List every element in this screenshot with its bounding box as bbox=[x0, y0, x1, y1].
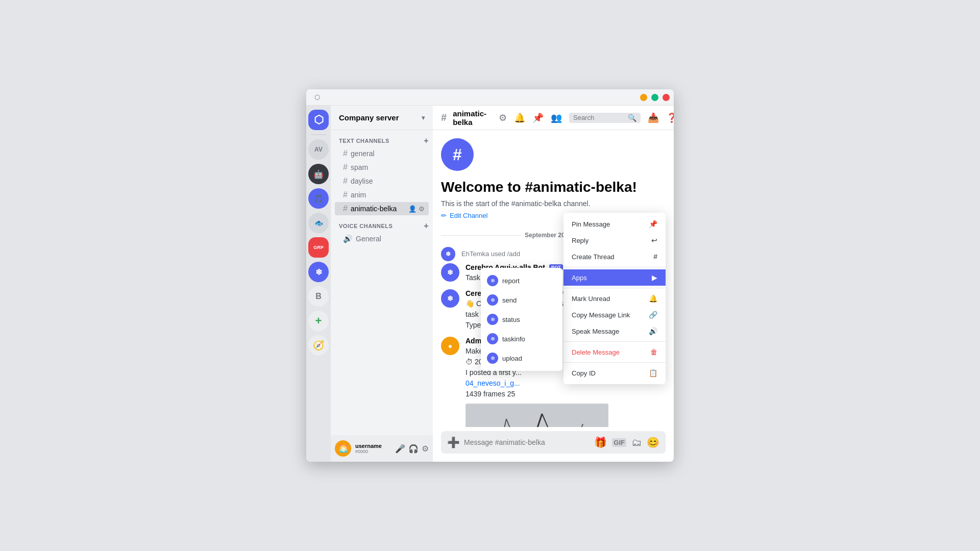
help-icon[interactable]: ❓ bbox=[666, 112, 674, 123]
server-header[interactable]: Company server ▾ bbox=[331, 106, 433, 130]
user-info: username #0000 bbox=[355, 443, 391, 454]
apps-item-icon-report: ❄ bbox=[487, 275, 498, 286]
message-avatar-1: ❄ bbox=[441, 247, 455, 261]
user-status: #0000 bbox=[355, 449, 391, 454]
inbox-icon[interactable]: 📥 bbox=[648, 112, 659, 123]
hash-icon: # bbox=[453, 145, 462, 164]
channel-item-spam[interactable]: # spam bbox=[335, 161, 429, 174]
server-icon-4[interactable]: 🐟 bbox=[308, 213, 329, 233]
welcome-desc: This is the start of the #animatic-belka… bbox=[441, 199, 591, 208]
apps-item-label-send: send bbox=[502, 296, 517, 304]
message-input[interactable] bbox=[464, 438, 590, 446]
server-avatar-2: 🤖 bbox=[313, 169, 324, 179]
explore-servers-button[interactable]: 🧭 bbox=[308, 335, 329, 356]
apps-item-send[interactable]: ❄ send bbox=[481, 290, 562, 310]
add-attachment-icon[interactable]: ➕ bbox=[447, 436, 460, 448]
channel-item-general-voice[interactable]: 🔊 General bbox=[335, 232, 429, 245]
user-avatar-icon: 🌅 bbox=[339, 444, 348, 453]
context-item-reply[interactable]: Reply ↩ bbox=[564, 232, 666, 248]
apps-item-taskinfo[interactable]: ❄ taskinfo bbox=[481, 329, 562, 348]
context-separator-1 bbox=[564, 267, 666, 267]
sticker-icon[interactable]: 🗂 bbox=[631, 437, 642, 448]
voice-channels-header[interactable]: VOICE CHANNELS + bbox=[331, 219, 433, 232]
text-channels-header[interactable]: TEXT CHANNELS + bbox=[331, 134, 433, 146]
maximize-button[interactable] bbox=[651, 94, 658, 101]
add-voice-channel-icon[interactable]: + bbox=[424, 221, 429, 231]
server-icon-b[interactable]: B bbox=[308, 286, 329, 307]
threads-icon[interactable]: ⚙ bbox=[499, 112, 507, 123]
apps-item-label-status: status bbox=[502, 316, 520, 323]
server-avatar-4: 🐟 bbox=[314, 219, 323, 227]
system-message-text: EhTemka used /add bbox=[461, 250, 520, 258]
add-server-button[interactable]: + bbox=[308, 311, 329, 331]
mic-icon[interactable]: 🎤 bbox=[395, 444, 405, 454]
speak-icon: 🔊 bbox=[649, 327, 657, 335]
server-b-label: B bbox=[315, 292, 322, 301]
apps-item-upload[interactable]: ❄ upload bbox=[481, 348, 562, 368]
apps-item-label-report: report bbox=[502, 277, 520, 285]
mark-unread-label: Mark Unread bbox=[572, 295, 645, 303]
main-content: # animatic-belka ⚙ 🔔 📌 👥 🔍 📥 ❓ bbox=[433, 106, 674, 462]
copy-id-icon: 📋 bbox=[649, 369, 657, 377]
server-icon-1[interactable]: AV bbox=[308, 139, 329, 160]
search-box[interactable]: 🔍 bbox=[569, 113, 641, 123]
context-item-mark-unread[interactable]: Mark Unread 🔔 bbox=[564, 290, 666, 307]
server-name: Company server bbox=[339, 113, 399, 122]
snowflake-icon: ❄ bbox=[315, 267, 322, 277]
emoji-icon[interactable]: 😊 bbox=[647, 436, 659, 448]
delete-icon: 🗑 bbox=[650, 348, 657, 356]
channel-item-general[interactable]: # general bbox=[335, 147, 429, 160]
context-item-pin[interactable]: Pin Message 📌 bbox=[564, 216, 666, 232]
channel-gear-icon[interactable]: ⚙ bbox=[419, 205, 425, 213]
channel-name-animatic-belka: animatic-belka bbox=[351, 205, 397, 213]
server-header-chevron-icon: ▾ bbox=[422, 114, 425, 121]
file-link[interactable]: 04_neveso_i_g... bbox=[465, 379, 520, 387]
message-avatar-admin: ● bbox=[441, 337, 459, 355]
main-layout: ⬡ AV 🤖 🎵 🐟 GRP ❄ B bbox=[306, 106, 674, 462]
channel-list: TEXT CHANNELS + # general # spam # dayli… bbox=[331, 130, 433, 435]
context-item-delete[interactable]: Delete Message 🗑 bbox=[564, 344, 666, 360]
pins-icon[interactable]: 📌 bbox=[532, 112, 544, 123]
server-icon-5[interactable]: GRP bbox=[308, 237, 329, 258]
apps-item-report[interactable]: ❄ report bbox=[481, 271, 562, 290]
headset-icon[interactable]: 🎧 bbox=[408, 444, 419, 454]
settings-icon[interactable]: ⚙ bbox=[422, 444, 429, 454]
context-item-copy-id[interactable]: Copy ID 📋 bbox=[564, 365, 666, 381]
titlebar: ⬡ bbox=[306, 89, 674, 106]
server-icon-2[interactable]: 🤖 bbox=[308, 164, 329, 184]
members-icon[interactable]: 👥 bbox=[551, 112, 562, 123]
search-input[interactable] bbox=[573, 114, 626, 121]
add-text-channel-icon[interactable]: + bbox=[424, 136, 429, 145]
gif-icon[interactable]: GIF bbox=[612, 438, 626, 447]
context-separator-3 bbox=[564, 341, 666, 342]
server-icon-3[interactable]: 🎵 bbox=[308, 188, 329, 209]
channel-item-daylise[interactable]: # daylise bbox=[335, 174, 429, 188]
context-separator-4 bbox=[564, 362, 666, 363]
message-input-wrap: ➕ 🎁 GIF 🗂 😊 bbox=[441, 431, 666, 454]
close-button[interactable] bbox=[663, 94, 670, 101]
apps-item-icon-status: ❄ bbox=[487, 314, 498, 325]
channel-hash-icon: # bbox=[343, 163, 348, 172]
gift-icon[interactable]: 🎁 bbox=[594, 436, 607, 448]
server-avatar-3: 🎵 bbox=[313, 194, 324, 204]
context-item-copy-link[interactable]: Copy Message Link 🔗 bbox=[564, 307, 666, 323]
channel-item-animatic-belka[interactable]: # animatic-belka 👤 ⚙ bbox=[335, 202, 429, 215]
context-item-apps[interactable]: Apps ▶ bbox=[564, 269, 666, 286]
reply-label: Reply bbox=[572, 237, 647, 244]
context-item-speak[interactable]: Speak Message 🔊 bbox=[564, 323, 666, 339]
minimize-button[interactable] bbox=[640, 94, 647, 101]
context-item-thread[interactable]: Create Thread # bbox=[564, 248, 666, 265]
apps-item-status[interactable]: ❄ status bbox=[481, 310, 562, 329]
apps-item-icon-taskinfo: ❄ bbox=[487, 333, 498, 344]
server-icon-discord[interactable]: ⬡ bbox=[308, 110, 329, 130]
message-input-actions: 🎁 GIF 🗂 😊 bbox=[594, 436, 659, 448]
edit-channel-button[interactable]: ✏ Edit Channel bbox=[441, 212, 487, 219]
message-avatar-bot2: ❄ bbox=[441, 289, 459, 308]
message-input-bar: ➕ 🎁 GIF 🗂 😊 bbox=[433, 427, 674, 462]
channel-header-hash-icon: # bbox=[441, 112, 447, 123]
compass-icon: 🧭 bbox=[313, 340, 324, 351]
channel-item-anim[interactable]: # anim bbox=[335, 188, 429, 202]
notifications-icon[interactable]: 🔔 bbox=[514, 112, 525, 123]
server-icon-snowflake[interactable]: ❄ bbox=[308, 262, 329, 282]
channel-settings-icon[interactable]: 👤 bbox=[408, 205, 416, 213]
